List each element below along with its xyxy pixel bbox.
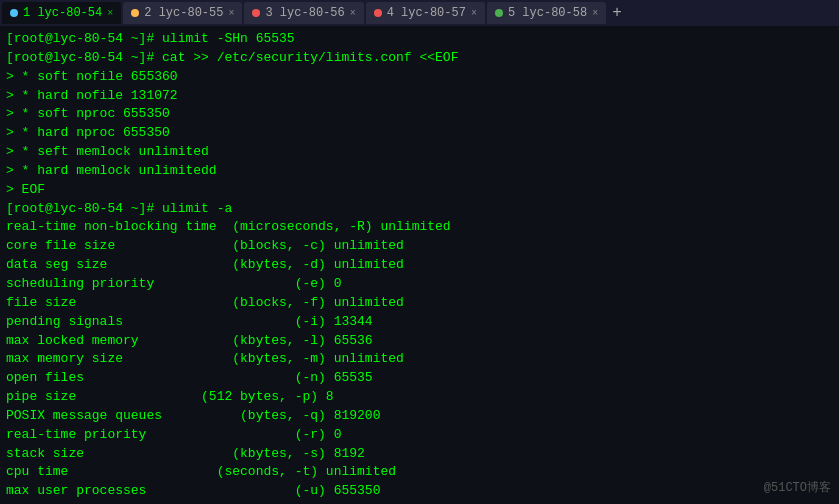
tab-label-tab2: 2 lyc-80-55 [144,6,223,20]
terminal-line-10: real-time non-blocking time (microsecond… [6,218,833,237]
tab-add-button[interactable]: + [608,4,626,22]
terminal-line-21: real-time priority (-r) 0 [6,426,833,445]
tab-label-tab4: 4 lyc-80-57 [387,6,466,20]
terminal-line-3: > * hard nofile 131072 [6,87,833,106]
terminal-line-12: data seg size (kbytes, -d) unlimited [6,256,833,275]
tab-tab4[interactable]: 4 lyc-80-57× [366,2,485,24]
terminal-line-6: > * seft memlock unlimited [6,143,833,162]
tab-close-tab1[interactable]: × [107,8,113,19]
tab-dot-tab1 [10,9,18,17]
terminal-line-14: file size (blocks, -f) unlimited [6,294,833,313]
terminal-line-9: [root@lyc-80-54 ~]# ulimit -a [6,200,833,219]
tab-close-tab5[interactable]: × [592,8,598,19]
tab-label-tab1: 1 lyc-80-54 [23,6,102,20]
tab-dot-tab3 [252,9,260,17]
tab-dot-tab2 [131,9,139,17]
terminal-line-19: pipe size (512 bytes, -p) 8 [6,388,833,407]
terminal-line-11: core file size (blocks, -c) unlimited [6,237,833,256]
terminal-line-17: max memory size (kbytes, -m) unlimited [6,350,833,369]
tab-label-tab3: 3 lyc-80-56 [265,6,344,20]
tab-tab3[interactable]: 3 lyc-80-56× [244,2,363,24]
terminal-line-7: > * hard memlock unlimitedd [6,162,833,181]
tab-label-tab5: 5 lyc-80-58 [508,6,587,20]
tab-tab1[interactable]: 1 lyc-80-54× [2,2,121,24]
terminal-line-4: > * soft nproc 655350 [6,105,833,124]
terminal-line-16: max locked memory (kbytes, -l) 65536 [6,332,833,351]
terminal-line-24: max user processes (-u) 655350 [6,482,833,501]
tab-close-tab2[interactable]: × [228,8,234,19]
terminal: [root@lyc-80-54 ~]# ulimit -SHn 65535[ro… [0,26,839,504]
terminal-line-5: > * hard nproc 655350 [6,124,833,143]
terminal-line-23: cpu time (seconds, -t) unlimited [6,463,833,482]
terminal-line-1: [root@lyc-80-54 ~]# cat >> /etc/security… [6,49,833,68]
tab-tab5[interactable]: 5 lyc-80-58× [487,2,606,24]
terminal-line-0: [root@lyc-80-54 ~]# ulimit -SHn 65535 [6,30,833,49]
terminal-line-15: pending signals (-i) 13344 [6,313,833,332]
terminal-line-13: scheduling priority (-e) 0 [6,275,833,294]
tab-bar: 1 lyc-80-54×2 lyc-80-55×3 lyc-80-56×4 ly… [0,0,839,26]
tab-dot-tab4 [374,9,382,17]
terminal-line-22: stack size (kbytes, -s) 8192 [6,445,833,464]
terminal-line-2: > * soft nofile 655360 [6,68,833,87]
terminal-line-20: POSIX message queues (bytes, -q) 819200 [6,407,833,426]
tab-dot-tab5 [495,9,503,17]
tab-tab2[interactable]: 2 lyc-80-55× [123,2,242,24]
terminal-line-8: > EOF [6,181,833,200]
watermark: @51CTO博客 [764,479,831,496]
tab-close-tab4[interactable]: × [471,8,477,19]
terminal-line-18: open files (-n) 65535 [6,369,833,388]
tab-close-tab3[interactable]: × [350,8,356,19]
